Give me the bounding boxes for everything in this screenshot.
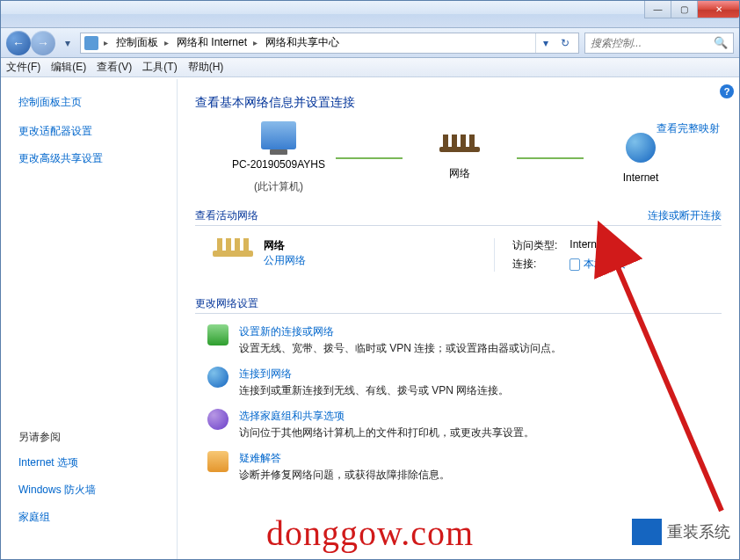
map-connector-icon: [336, 157, 403, 159]
full-map-link[interactable]: 查看完整映射: [657, 121, 720, 136]
sidebar-seealso-heading: 另请参阅: [18, 430, 166, 445]
menu-file[interactable]: 文件(F): [6, 60, 40, 75]
option-troubleshoot[interactable]: 疑难解答 诊断并修复网络问题，或获得故障排除信息。: [207, 451, 722, 483]
address-bar: ▸ 控制面板 ▸ 网络和 Internet ▸ 网络和共享中心 ▾ ↻: [80, 33, 579, 54]
network-map: PC-20190509AYHS (此计算机) 网络 Internet: [221, 121, 722, 194]
map-pc-name: PC-20190509AYHS: [232, 158, 325, 171]
sidebar-windows-firewall[interactable]: Windows 防火墙: [18, 483, 166, 498]
breadcrumb-network-internet[interactable]: 网络和 Internet: [174, 34, 250, 51]
active-network-name: 网络: [264, 238, 306, 253]
sidebar-adapter-settings[interactable]: 更改适配器设置: [18, 124, 166, 139]
window-buttons: — ▢ ✕: [644, 1, 739, 18]
menubar: 文件(F) 编辑(E) 查看(V) 工具(T) 帮助(H): [1, 58, 739, 77]
breadcrumb-root-chevron[interactable]: ▸: [102, 38, 110, 47]
map-connector-icon: [517, 157, 584, 159]
sidebar: 控制面板主页 更改适配器设置 更改高级共享设置 另请参阅 Internet 选项…: [1, 79, 177, 559]
map-network-name: 网络: [449, 166, 470, 181]
option-connect-network[interactable]: 连接到网络 连接到或重新连接到无线、有线、拨号或 VPN 网络连接。: [207, 367, 722, 398]
bench-icon: [213, 238, 253, 265]
active-network-row: 网络 公用网络 访问类型: Internet 连接: 本地连接: [195, 233, 722, 282]
map-internet-label: Internet: [623, 171, 659, 184]
connection-label: 连接:: [512, 257, 557, 272]
address-dropdown-button[interactable]: ▾: [536, 33, 555, 53]
option-homegroup[interactable]: 选择家庭组和共享选项 访问位于其他网络计算机上的文件和打印机，或更改共享设置。: [207, 409, 722, 440]
connect-disconnect-link[interactable]: 连接或断开连接: [648, 208, 722, 223]
maximize-button[interactable]: ▢: [671, 1, 697, 18]
titlebar: — ▢ ✕: [1, 1, 739, 28]
option-desc: 访问位于其他网络计算机上的文件和打印机，或更改共享设置。: [239, 425, 534, 440]
change-settings-heading: 更改网络设置: [195, 296, 722, 314]
option-title: 设置新的连接或网络: [239, 324, 562, 339]
active-networks-title: 查看活动网络: [195, 209, 258, 222]
breadcrumb-sharing-center[interactable]: 网络和共享中心: [263, 34, 342, 51]
adapter-icon: [570, 258, 580, 271]
computer-icon: [261, 121, 296, 149]
search-box: 🔍: [584, 33, 734, 54]
search-input[interactable]: [591, 37, 710, 49]
breadcrumb-control-panel[interactable]: 控制面板: [113, 34, 161, 51]
map-pc-sub: (此计算机): [254, 179, 303, 194]
connection-value: 本地连接: [584, 257, 626, 272]
network-options: 设置新的连接或网络 设置无线、宽带、拨号、临时或 VPN 连接；或设置路由器或访…: [195, 324, 722, 483]
help-icon[interactable]: ?: [720, 84, 734, 98]
map-node-internet[interactable]: Internet: [584, 133, 698, 184]
menu-help[interactable]: 帮助(H): [188, 60, 224, 75]
nav-back-button[interactable]: ←: [6, 31, 31, 55]
option-desc: 设置无线、宽带、拨号、临时或 VPN 连接；或设置路由器或访问点。: [239, 341, 562, 356]
change-settings-title: 更改网络设置: [195, 297, 258, 309]
map-node-network[interactable]: 网络: [403, 135, 517, 181]
option-title: 连接到网络: [239, 367, 509, 382]
option-title: 疑难解答: [239, 451, 450, 466]
page-title: 查看基本网络信息并设置连接: [195, 95, 722, 111]
access-type-value: Internet: [570, 238, 626, 253]
search-icon[interactable]: 🔍: [714, 36, 728, 49]
homegroup-icon: [207, 409, 229, 430]
sidebar-home-link[interactable]: 控制面板主页: [18, 95, 166, 110]
menu-edit[interactable]: 编辑(E): [51, 60, 86, 75]
connect-network-icon: [207, 367, 229, 388]
new-connection-icon: [207, 324, 229, 345]
refresh-button[interactable]: ↻: [555, 33, 575, 53]
map-node-this-pc[interactable]: PC-20190509AYHS (此计算机): [221, 121, 336, 194]
option-desc: 连接到或重新连接到无线、有线、拨号或 VPN 网络连接。: [239, 383, 509, 398]
menu-tools[interactable]: 工具(T): [142, 60, 177, 75]
nav-forward-button[interactable]: →: [31, 31, 55, 55]
close-button[interactable]: ✕: [697, 1, 739, 18]
window: — ▢ ✕ ← → ▾ ▸ 控制面板 ▸ 网络和 Internet ▸ 网络: [0, 0, 740, 560]
active-network-right: 访问类型: Internet 连接: 本地连接: [494, 238, 626, 272]
minimize-button[interactable]: —: [644, 1, 671, 18]
globe-icon: [626, 133, 656, 163]
nav-history-dropdown[interactable]: ▾: [61, 31, 75, 55]
local-connection-link[interactable]: 本地连接: [570, 257, 626, 272]
navbar: ← → ▾ ▸ 控制面板 ▸ 网络和 Internet ▸ 网络和共享中心 ▾: [1, 28, 739, 58]
chevron-icon[interactable]: ▸: [163, 38, 170, 47]
sidebar-internet-options[interactable]: Internet 选项: [18, 455, 166, 470]
main-content: ? 查看基本网络信息并设置连接 查看完整映射 PC-20190509AYHS (…: [177, 79, 739, 559]
option-title: 选择家庭组和共享选项: [239, 409, 534, 424]
network-icon: [438, 135, 482, 157]
menu-view[interactable]: 查看(V): [97, 60, 132, 75]
option-new-connection[interactable]: 设置新的连接或网络 设置无线、宽带、拨号、临时或 VPN 连接；或设置路由器或访…: [207, 324, 722, 356]
troubleshoot-icon: [207, 451, 229, 472]
sidebar-advanced-sharing[interactable]: 更改高级共享设置: [18, 151, 166, 166]
option-desc: 诊断并修复网络问题，或获得故障排除信息。: [239, 468, 450, 483]
address-icon: [84, 36, 98, 50]
active-network-type-link[interactable]: 公用网络: [264, 254, 306, 266]
active-networks-heading: 查看活动网络 连接或断开连接: [195, 208, 722, 226]
chevron-icon[interactable]: ▸: [251, 38, 259, 47]
active-network-left: 网络 公用网络: [213, 238, 476, 272]
sidebar-homegroup[interactable]: 家庭组: [18, 510, 166, 525]
body: 控制面板主页 更改适配器设置 更改高级共享设置 另请参阅 Internet 选项…: [1, 79, 739, 559]
access-type-label: 访问类型:: [512, 238, 557, 253]
